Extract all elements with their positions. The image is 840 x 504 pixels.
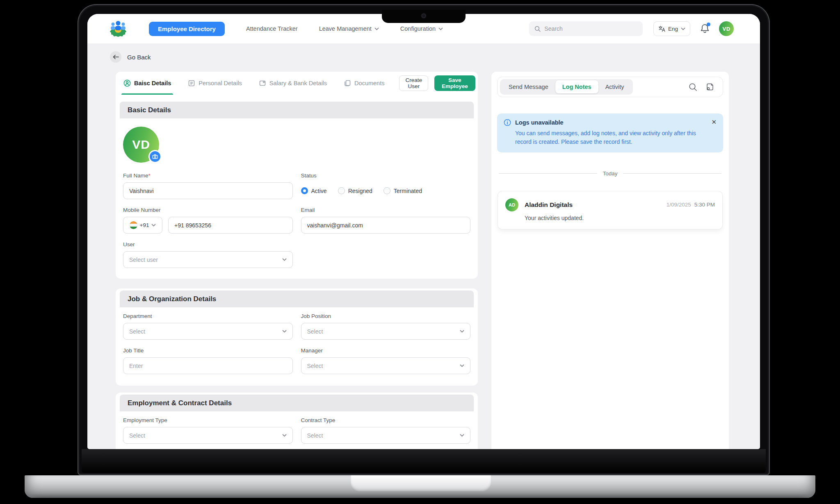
tab-salary-bank-details[interactable]: Salary & Bank Details xyxy=(257,72,329,95)
log-panel-toolbar: Send Message Log Notes Activity xyxy=(497,77,723,97)
basic-details-card: Baisc Details Personal Details xyxy=(116,72,478,279)
nav-item-employee-directory[interactable]: Employee Directory xyxy=(149,22,225,36)
language-selector[interactable]: Eng xyxy=(653,21,690,36)
department-select[interactable]: Select xyxy=(123,323,293,340)
status-field: Status Active Resigned xyxy=(301,173,471,199)
tab-send-message[interactable]: Send Message xyxy=(502,80,555,93)
translate-icon xyxy=(658,26,665,32)
employment-type-label: Employment Type xyxy=(123,417,293,423)
status-option-active[interactable]: Active xyxy=(301,187,327,194)
form-actions: Create User Save Employee xyxy=(399,75,475,91)
laptop-lid-notch xyxy=(351,475,491,491)
activity-log-panel: Send Message Log Notes Activity xyxy=(491,72,729,449)
log-file-button[interactable] xyxy=(705,82,714,91)
employee-avatar-block: VD xyxy=(123,127,159,163)
mobile-number-field: Mobile Number +91 xyxy=(123,207,293,234)
activity-avatar: AD xyxy=(505,198,518,211)
info-icon xyxy=(504,119,511,126)
country-code-select[interactable]: +91 xyxy=(123,217,162,234)
laptop-base xyxy=(25,475,815,498)
brand-logo-icon xyxy=(109,20,128,38)
create-user-button[interactable]: Create User xyxy=(399,75,428,91)
status-label: Status xyxy=(301,173,471,179)
email-label: Email xyxy=(301,207,471,213)
tab-documents[interactable]: Documents xyxy=(342,72,386,95)
user-field: User Select user xyxy=(123,241,293,268)
contract-type-label: Contract Type xyxy=(301,417,471,423)
global-search[interactable] xyxy=(529,21,643,36)
list-card-icon xyxy=(188,79,195,87)
tab-activity[interactable]: Activity xyxy=(598,80,631,93)
chevron-down-icon xyxy=(151,224,156,227)
full-name-field: Full Name* xyxy=(123,173,293,199)
user-circle-icon xyxy=(123,79,131,87)
user-select[interactable]: Select user xyxy=(123,251,293,268)
email-input[interactable] xyxy=(301,217,471,234)
chevron-down-icon xyxy=(681,27,685,30)
job-details-section-header: Job & Organization Details xyxy=(120,291,474,307)
save-employee-button[interactable]: Save Employee xyxy=(434,75,475,91)
search-input[interactable] xyxy=(544,25,637,32)
form-tabs: Baisc Details Personal Details xyxy=(116,72,478,95)
status-options: Active Resigned Terminated xyxy=(301,182,471,199)
status-option-resigned[interactable]: Resigned xyxy=(338,187,372,194)
tab-log-notes[interactable]: Log Notes xyxy=(555,80,598,93)
nav-item-attendance-tracker[interactable]: Attendance Tracker xyxy=(246,25,298,32)
go-back-button[interactable] xyxy=(110,51,121,63)
employment-type-field: Employment Type Select xyxy=(123,417,293,444)
go-back-row: Go Back xyxy=(87,43,760,63)
chevron-down-icon xyxy=(282,258,287,261)
india-flag-icon xyxy=(130,221,137,229)
radio-icon xyxy=(338,187,345,194)
webcam-icon xyxy=(422,14,426,18)
alert-close-button[interactable]: ✕ xyxy=(711,118,717,126)
radio-selected-icon xyxy=(301,187,308,194)
nav-item-leave-management[interactable]: Leave Management xyxy=(319,25,379,32)
app-window: Employee Directory Attendance Tracker Le… xyxy=(87,14,760,449)
employment-type-select[interactable]: Select xyxy=(123,427,293,444)
activity-time: 5:30 PM xyxy=(694,202,715,208)
mobile-number-input[interactable] xyxy=(168,217,293,234)
tab-basic-details[interactable]: Baisc Details xyxy=(121,72,173,95)
chevron-down-icon xyxy=(460,434,464,437)
activity-date: 1/09/2025 xyxy=(667,202,691,208)
email-field: Email xyxy=(301,207,471,234)
full-name-label: Full Name xyxy=(123,173,148,179)
go-back-label: Go Back xyxy=(127,54,151,61)
activity-timestamp: 1/09/2025 5:30 PM xyxy=(667,202,715,208)
laptop-screen-frame: Employee Directory Attendance Tracker Le… xyxy=(78,4,770,475)
job-position-select[interactable]: Select xyxy=(301,323,471,340)
full-name-input[interactable] xyxy=(123,182,293,199)
contract-type-select[interactable]: Select xyxy=(301,427,471,444)
job-position-field: Job Position Select xyxy=(301,313,471,340)
chevron-down-icon xyxy=(282,434,287,437)
department-label: Department xyxy=(123,313,293,319)
contract-type-field: Contract Type Select xyxy=(301,417,471,444)
status-option-terminated[interactable]: Terminated xyxy=(383,187,422,194)
documents-icon xyxy=(344,79,351,87)
job-title-input[interactable] xyxy=(123,357,293,374)
change-photo-button[interactable] xyxy=(150,151,160,162)
chevron-down-icon xyxy=(460,330,464,333)
chevron-down-icon xyxy=(460,364,464,367)
notifications-button[interactable] xyxy=(700,23,710,34)
alert-message: You can send messages, add log notes, an… xyxy=(515,129,699,147)
laptop-notch xyxy=(382,10,466,23)
job-details-card: Job & Organization Details Department Se… xyxy=(116,288,478,386)
nav-item-configuration[interactable]: Configuration xyxy=(400,25,443,32)
employment-details-card: Employment & Contract Details Employment… xyxy=(116,393,478,449)
activity-author: Aladdin Digitals xyxy=(525,201,573,209)
notification-badge xyxy=(707,23,710,26)
basic-details-section-header: Basic Details xyxy=(120,102,474,118)
user-avatar[interactable]: VD xyxy=(719,21,734,36)
activity-message: Your activities updated. xyxy=(525,215,715,221)
chevron-down-icon xyxy=(282,330,287,333)
manager-field: Manager Select xyxy=(301,347,471,378)
mobile-number-label: Mobile Number xyxy=(123,207,293,213)
bank-card-icon xyxy=(259,79,266,87)
employment-details-section-header: Employment & Contract Details xyxy=(120,395,474,411)
manager-select[interactable]: Select xyxy=(301,357,471,374)
log-search-button[interactable] xyxy=(689,83,697,91)
tab-personal-details[interactable]: Personal Details xyxy=(186,72,244,95)
activity-entry-card[interactable]: AD Aladdin Digitals 1/09/2025 5:30 PM Yo… xyxy=(498,191,722,229)
